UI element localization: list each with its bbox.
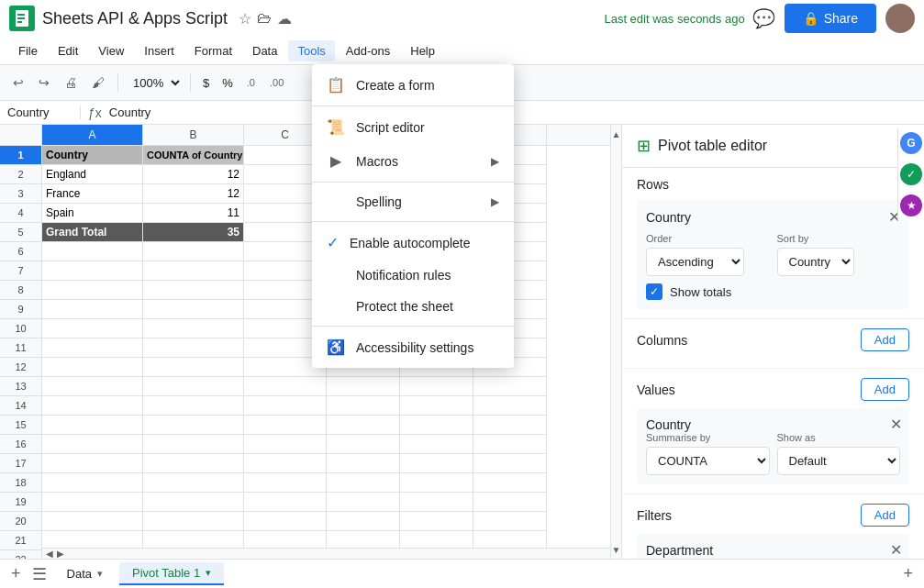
- col-header-b[interactable]: B: [143, 125, 244, 145]
- menu-macros[interactable]: ▶ Macros ▶: [312, 144, 514, 178]
- folder-icon[interactable]: 🗁: [257, 10, 272, 27]
- menu-spelling[interactable]: Spelling ▶: [312, 186, 514, 217]
- pivot-rows-section: Rows Country ✕ Order Ascending Descendin…: [622, 168, 924, 319]
- order-select[interactable]: Ascending Descending: [646, 248, 744, 276]
- sheet-list-button[interactable]: ☰: [28, 562, 50, 586]
- col-headers: A B C D E F: [0, 125, 610, 146]
- vertical-scrollbar[interactable]: ▲ ▼: [610, 125, 621, 559]
- pivot-filters-card-title: Department: [646, 543, 713, 558]
- sortby-select[interactable]: Country: [777, 248, 854, 276]
- spreadsheet-body: 1 2 3 4 5 6 7 8 9 10 11 12 13 14 15 16 1…: [0, 146, 610, 559]
- cell-b2[interactable]: 12: [143, 165, 244, 184]
- pivot-rows-order-row: Order Ascending Descending Sort by Count…: [646, 233, 900, 276]
- currency-button[interactable]: $: [198, 74, 214, 92]
- horizontal-scrollbar[interactable]: ◀ ▶: [42, 548, 610, 559]
- pivot-editor: ⊞ Pivot table editor ✕ Rows Country ✕ Or…: [621, 125, 924, 559]
- pivot-columns-add-button[interactable]: Add: [861, 328, 909, 351]
- menu-data[interactable]: Data: [243, 40, 286, 61]
- scroll-up-icon[interactable]: ▲: [611, 125, 621, 143]
- row-num-9: 9: [0, 300, 42, 319]
- table-row: [42, 473, 610, 493]
- google-contacts-icon[interactable]: ★: [900, 194, 922, 216]
- menu-script-editor[interactable]: 📜 Script editor: [312, 110, 514, 144]
- cell-b1[interactable]: COUNTA of Country: [143, 146, 244, 165]
- add-sheet-button[interactable]: +: [7, 562, 25, 585]
- formula-content: Country: [109, 105, 151, 119]
- macros-icon: ▶: [327, 152, 345, 170]
- tab-data[interactable]: Data ▾: [54, 563, 116, 584]
- cell-a3[interactable]: France: [42, 184, 143, 204]
- scroll-left-icon[interactable]: ◀: [46, 549, 53, 559]
- percent-button[interactable]: %: [217, 74, 238, 92]
- tab-pivot-label: Pivot Table 1: [132, 566, 200, 580]
- cell-ref: Country: [7, 105, 81, 119]
- scroll-right-icon[interactable]: ▶: [57, 549, 64, 559]
- dropdown-sep-3: [312, 221, 514, 222]
- google-calendar-icon[interactable]: G: [900, 132, 922, 154]
- zoom-select[interactable]: 100%: [126, 73, 183, 93]
- pivot-values-add-button[interactable]: Add: [861, 378, 909, 401]
- star-icon[interactable]: ☆: [239, 10, 251, 28]
- summarise-select[interactable]: COUNTA COUNT SUM: [646, 447, 770, 475]
- dec-places-button[interactable]: .0: [241, 73, 261, 92]
- menu-addons[interactable]: Add-ons: [337, 40, 399, 61]
- cell-b3[interactable]: 12: [143, 184, 244, 204]
- cell-a4[interactable]: Spain: [42, 204, 143, 223]
- cell-a2[interactable]: England: [42, 165, 143, 184]
- cell-a5[interactable]: Grand Total: [42, 223, 143, 242]
- menu-tools[interactable]: Tools: [288, 40, 334, 61]
- menu-view[interactable]: View: [89, 40, 133, 61]
- lock-icon: 🔒: [803, 11, 818, 26]
- summarise-col: Summarise by COUNTA COUNT SUM: [646, 432, 770, 475]
- avatar[interactable]: [885, 4, 915, 33]
- pivot-filters-add-button[interactable]: Add: [861, 504, 909, 527]
- sortby-col: Sort by Country: [777, 233, 901, 276]
- title-right: 💬 🔒 Share: [752, 4, 915, 33]
- show-as-select[interactable]: Default % of row % of column: [777, 447, 901, 475]
- row-num-19: 19: [0, 493, 42, 512]
- menu-enable-autocomplete[interactable]: ✓ Enable autocomplete: [312, 226, 514, 260]
- menu-file[interactable]: File: [9, 40, 47, 61]
- table-row: [42, 377, 610, 396]
- pivot-rows-card-header: Country ✕: [646, 208, 900, 226]
- undo-button[interactable]: ↩: [7, 72, 29, 94]
- tab-add-button[interactable]: +: [899, 562, 917, 585]
- notification-rules-label: Notification rules: [356, 268, 451, 283]
- pivot-values-card-close-button[interactable]: ✕: [890, 416, 902, 433]
- inc-places-button[interactable]: .00: [264, 73, 289, 92]
- menu-accessibility[interactable]: ♿ Accessibility settings: [312, 330, 514, 364]
- paint-format-button[interactable]: 🖌: [86, 72, 110, 94]
- pivot-columns-section: Columns Add: [622, 319, 924, 369]
- redo-button[interactable]: ↪: [33, 72, 55, 94]
- menu-create-form[interactable]: 📋 Create a form: [312, 68, 514, 102]
- google-sidebar-icons: G ✓ ★: [897, 128, 924, 220]
- tools-dropdown-menu: 📋 Create a form 📜 Script editor ▶ Macros…: [312, 64, 514, 368]
- col-header-a[interactable]: A: [42, 125, 143, 145]
- share-button[interactable]: 🔒 Share: [785, 4, 876, 33]
- dropdown-sep-2: [312, 182, 514, 183]
- menu-insert[interactable]: Insert: [135, 40, 184, 61]
- pivot-filters-card-close-button[interactable]: ✕: [890, 541, 902, 559]
- scroll-down-icon[interactable]: ▼: [611, 540, 621, 559]
- row-num-11: 11: [0, 338, 42, 358]
- cell-b5[interactable]: 35: [143, 223, 244, 242]
- tab-pivot-table-1[interactable]: Pivot Table 1 ▾: [119, 562, 224, 585]
- show-as-label: Show as: [777, 432, 901, 443]
- google-tasks-icon[interactable]: ✓: [900, 163, 922, 185]
- menu-edit[interactable]: Edit: [49, 40, 87, 61]
- show-totals-checkbox[interactable]: ✓: [646, 283, 662, 300]
- chat-icon[interactable]: 💬: [752, 7, 775, 29]
- cloud-icon[interactable]: ☁: [277, 10, 292, 28]
- menu-notification-rules[interactable]: Notification rules: [312, 260, 514, 291]
- cell-b4[interactable]: 11: [143, 204, 244, 223]
- svg-rect-2: [17, 17, 25, 19]
- menu-format[interactable]: Format: [185, 40, 241, 61]
- print-button[interactable]: 🖨: [59, 72, 83, 94]
- cell-a1[interactable]: Country: [42, 146, 143, 165]
- menu-protect-sheet[interactable]: Protect the sheet: [312, 291, 514, 322]
- pivot-rows-title: Rows: [637, 177, 669, 192]
- order-label: Order: [646, 233, 770, 244]
- menu-help[interactable]: Help: [401, 40, 444, 61]
- enable-autocomplete-label: Enable autocomplete: [350, 236, 471, 250]
- pivot-rows-card: Country ✕ Order Ascending Descending Sor…: [637, 199, 909, 309]
